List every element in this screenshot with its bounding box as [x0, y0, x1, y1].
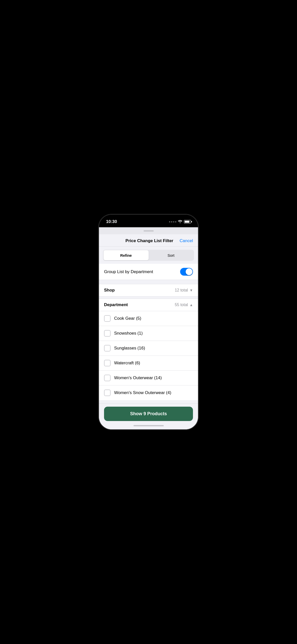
department-section-header[interactable]: Department 55 total ▲ [99, 299, 198, 311]
toggle-knob [186, 268, 192, 275]
modal-sheet: Price Change List Filter Cancel Refine S… [99, 234, 198, 429]
cook-gear-label: Cook Gear (5) [114, 316, 141, 321]
bottom-bar: Show 9 Products [99, 403, 198, 423]
womens-outerwear-checkbox[interactable] [104, 375, 111, 381]
list-item[interactable]: Watercraft (6) [99, 356, 198, 371]
modal-title: Price Change List Filter [119, 238, 180, 243]
list-item[interactable]: Women's Snow Outerwear (4) [99, 385, 198, 400]
department-chevron-up-icon: ▲ [189, 303, 193, 307]
group-by-department-toggle[interactable] [180, 268, 193, 276]
shop-section-header[interactable]: Shop 12 total ▼ [99, 284, 198, 297]
sunglasses-label: Sunglasses (16) [114, 346, 145, 351]
cook-gear-checkbox[interactable] [104, 315, 111, 322]
snowshoes-label: Snowshoes (1) [114, 331, 143, 336]
home-indicator [99, 423, 198, 429]
list-item[interactable]: Snowshoes (1) [99, 326, 198, 341]
womens-snow-outerwear-checkbox[interactable] [104, 390, 111, 396]
womens-outerwear-label: Women's Outerwear (14) [114, 375, 162, 380]
segment-sort[interactable]: Sort [149, 250, 194, 260]
segment-control-wrapper: Refine Sort [99, 247, 198, 264]
battery-icon [184, 220, 191, 223]
department-section-title: Department [104, 302, 128, 307]
status-time: 10:30 [106, 219, 117, 224]
department-filter-list: Cook Gear (5) Snowshoes (1) Sunglasses (… [99, 311, 198, 400]
watercraft-checkbox[interactable] [104, 360, 111, 366]
segment-refine[interactable]: Refine [104, 250, 149, 260]
department-section-meta: 55 total ▲ [175, 303, 193, 307]
home-bar [134, 425, 164, 426]
sheet-handle [144, 230, 154, 232]
segment-control: Refine Sort [103, 250, 194, 261]
screen-content: Price Change List Filter Cancel Refine S… [99, 227, 198, 429]
modal-header: Price Change List Filter Cancel [99, 234, 198, 247]
status-bar: 10:30 [99, 215, 198, 227]
department-total-count: 55 total [175, 303, 188, 307]
filter-content: Group List by Department Shop 12 total ▼… [99, 264, 198, 403]
shop-chevron-down-icon: ▼ [189, 288, 193, 292]
list-item[interactable]: Women's Outerwear (14) [99, 371, 198, 385]
shop-total-count: 12 total [175, 288, 188, 293]
list-item[interactable]: Sunglasses (16) [99, 341, 198, 356]
show-products-button[interactable]: Show 9 Products [104, 407, 193, 421]
signal-icon [169, 221, 176, 222]
status-icons [169, 220, 191, 224]
wifi-icon [178, 220, 182, 224]
toggle-label: Group List by Department [104, 269, 153, 274]
watercraft-label: Watercraft (6) [114, 361, 140, 366]
list-item[interactable]: Cook Gear (5) [99, 311, 198, 326]
cancel-button[interactable]: Cancel [180, 238, 193, 243]
shop-section-meta: 12 total ▼ [175, 288, 193, 293]
snowshoes-checkbox[interactable] [104, 330, 111, 337]
shop-section-title: Shop [104, 288, 115, 293]
phone-container: 10:30 [99, 215, 198, 429]
womens-snow-outerwear-label: Women's Snow Outerwear (4) [114, 390, 171, 395]
sunglasses-checkbox[interactable] [104, 345, 111, 351]
sheet-handle-area [99, 227, 198, 234]
group-by-department-row: Group List by Department [99, 264, 198, 280]
